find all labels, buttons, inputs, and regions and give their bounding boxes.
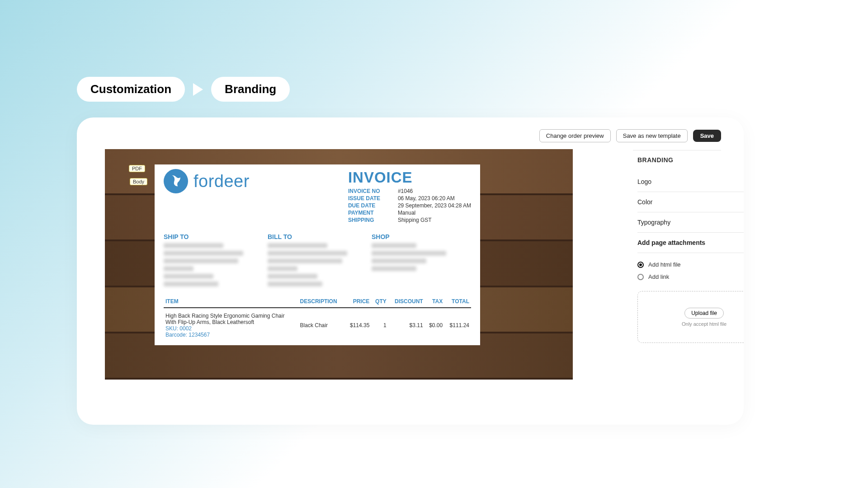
divider: [633, 150, 721, 150]
accordion-logo[interactable]: Logo: [637, 172, 744, 192]
invoice-document: fordeer INVOICE INVOICE NO#1046 ISSUE DA…: [155, 164, 480, 345]
upload-dropzone[interactable]: Upload file Only accept html file: [637, 291, 744, 343]
item-tax: $0.00: [425, 308, 445, 338]
radio-label: Add html file: [648, 261, 681, 268]
accordion-label: Color: [637, 198, 652, 206]
radio-icon: [637, 274, 644, 280]
accordion-typography[interactable]: Typography: [637, 212, 744, 233]
upload-hint: Only accept html file: [682, 321, 726, 327]
th-item: ITEM: [164, 296, 298, 308]
item-name: High Back Racing Style Ergonomic Gaming …: [165, 313, 297, 325]
meta-value: Manual: [398, 210, 471, 216]
th-desc: DESCRIPTION: [298, 296, 345, 308]
upload-file-button[interactable]: Upload file: [684, 308, 724, 319]
accordion-attachments[interactable]: Add page attachments: [637, 233, 744, 253]
radio-label: Add link: [648, 273, 669, 280]
radio-icon: [637, 262, 644, 268]
th-qty: QTY: [371, 296, 388, 308]
shop-block: SHOP: [372, 233, 471, 289]
breadcrumb-step-customization: Customization: [77, 77, 185, 102]
save-button[interactable]: Save: [693, 130, 721, 142]
item-barcode: Barcode: 1234567: [165, 332, 297, 338]
meta-value: #1046: [398, 188, 471, 194]
item-desc: Black Chair: [298, 308, 345, 338]
meta-value: 06 May, 2023 06:20 AM: [398, 195, 471, 202]
th-price: PRICE: [345, 296, 372, 308]
branding-panel: BRANDING Logo Color Typography Add page …: [637, 156, 744, 343]
meta-value: Shipping GST: [398, 217, 471, 223]
invoice-preview: PDF Body fordeer INVOICE INVOICE NO#1046…: [105, 149, 573, 380]
play-icon: [193, 83, 203, 96]
editor-card: Change order preview Save as new templat…: [77, 117, 744, 425]
accordion-label: Typography: [637, 219, 670, 226]
item-sku: SKU: 0002: [165, 325, 297, 332]
body-tag[interactable]: Body: [130, 178, 147, 185]
item-discount: $3.11: [388, 308, 425, 338]
pdf-tag[interactable]: PDF: [129, 165, 145, 172]
item-total: $111.24: [444, 308, 471, 338]
panel-title: BRANDING: [637, 156, 744, 164]
section-header: SHOP: [372, 233, 471, 240]
radio-add-html[interactable]: Add html file: [637, 258, 744, 271]
top-toolbar: Change order preview Save as new templat…: [539, 129, 721, 142]
invoice-title: INVOICE: [348, 169, 471, 186]
save-as-template-button[interactable]: Save as new template: [616, 129, 688, 142]
accordion-label: Add page attachments: [637, 239, 705, 246]
ship-to-block: SHIP TO: [164, 233, 263, 289]
accordion-label: Logo: [637, 178, 651, 185]
meta-label: ISSUE DATE: [348, 195, 398, 202]
accordion-color[interactable]: Color: [637, 192, 744, 212]
line-items-table: ITEM DESCRIPTION PRICE QTY DISCOUNT TAX …: [164, 296, 471, 338]
breadcrumb: Customization Branding: [77, 77, 290, 102]
th-total: TOTAL: [444, 296, 471, 308]
meta-label: PAYMENT: [348, 210, 398, 216]
invoice-meta: INVOICE NO#1046 ISSUE DATE06 May, 2023 0…: [348, 188, 471, 223]
th-tax: TAX: [425, 296, 445, 308]
brand-logo: fordeer: [164, 169, 250, 193]
table-row: High Back Racing Style Ergonomic Gaming …: [164, 308, 471, 338]
meta-label: DUE DATE: [348, 202, 398, 209]
breadcrumb-step-branding: Branding: [211, 77, 290, 102]
meta-label: INVOICE NO: [348, 188, 398, 194]
change-order-preview-button[interactable]: Change order preview: [539, 129, 611, 142]
item-price: $114.35: [345, 308, 372, 338]
brand-name: fordeer: [193, 172, 250, 191]
section-header: BILL TO: [268, 233, 367, 240]
attachments-body: Add html file Add link Upload file Only …: [637, 253, 744, 343]
th-discount: DISCOUNT: [388, 296, 425, 308]
radio-add-link[interactable]: Add link: [637, 271, 744, 283]
item-qty: 1: [371, 308, 388, 338]
section-header: SHIP TO: [164, 233, 263, 240]
meta-label: SHIPPING: [348, 217, 398, 223]
meta-value: 29 September, 2023 04:28 AM: [398, 202, 471, 209]
deer-icon: [164, 169, 188, 193]
bill-to-block: BILL TO: [268, 233, 367, 289]
